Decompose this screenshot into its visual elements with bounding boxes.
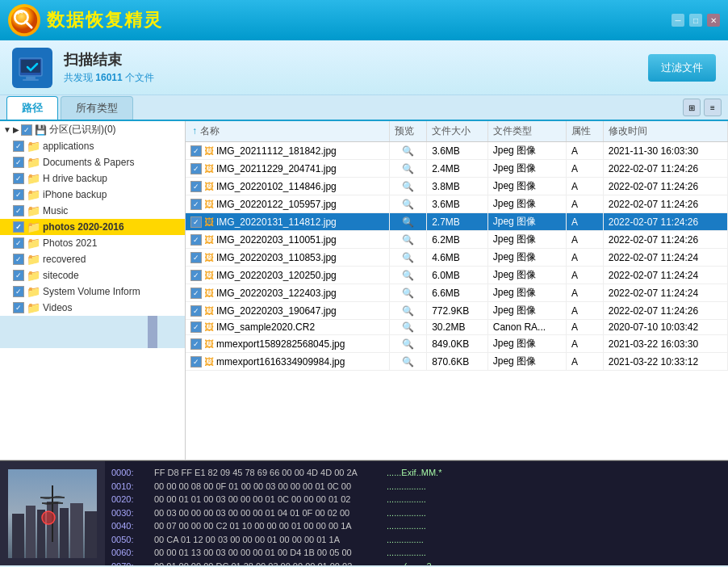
table-row[interactable]: 🖼 IMG_20220203_120250.jpg 🔍 6.0MB Jpeg 图… (186, 267, 728, 284)
row-checkbox[interactable] (190, 199, 202, 210)
preview-icon[interactable]: 🔍 (402, 145, 414, 157)
row-checkbox[interactable] (190, 338, 202, 350)
file-modified: 2022-02-07 11:24:26 (603, 231, 727, 249)
hex-bytes: 00 07 00 00 00 C2 01 10 00 00 00 01 00 0… (154, 519, 380, 533)
table-row[interactable]: 🖼 IMG_20211229_204741.jpg 🔍 2.4MB Jpeg 图… (186, 160, 728, 178)
row-checkbox[interactable] (190, 305, 202, 317)
file-size: 4.6MB (427, 249, 488, 267)
table-row[interactable]: 🖼 IMG_20211112_181842.jpg 🔍 3.6MB Jpeg 图… (186, 142, 728, 160)
svg-rect-14 (70, 503, 83, 558)
table-row[interactable]: 🖼 mmexport1616334909984.jpg 🔍 870.6KB Jp… (186, 353, 728, 371)
row-checkbox[interactable] (190, 181, 202, 192)
preview-icon[interactable]: 🔍 (402, 305, 414, 317)
table-row[interactable]: 🖼 IMG_sample2020.CR2 🔍 30.2MB Canon RA..… (186, 320, 728, 335)
hex-ascii: ......Exif..MM.* (387, 466, 441, 480)
grid-view-icon[interactable]: ⊞ (683, 99, 701, 116)
folder-icon: 📁 (27, 253, 40, 266)
hex-line: 0070:00 01 00 00 00 DC 01 28 00 03 00 00… (111, 560, 722, 566)
list-item[interactable]: 📁 sitecode (0, 267, 185, 284)
row-checkbox[interactable] (190, 216, 202, 228)
preview-icon[interactable]: 🔍 (402, 338, 414, 350)
row-checkbox[interactable] (190, 145, 202, 157)
file-name: IMG_20220203_120250.jpg (216, 270, 337, 281)
list-item[interactable]: 📁 photos 2020-2016 (0, 219, 185, 235)
file-size: 6.2MB (427, 231, 488, 249)
table-row[interactable]: 🖼 IMG_20220131_114812.jpg 🔍 2.7MB Jpeg 图… (186, 213, 728, 231)
list-item[interactable]: 📁 Music (0, 203, 185, 219)
file-attr: A (566, 231, 603, 249)
list-item[interactable]: 📁 Videos (0, 300, 185, 316)
filter-button[interactable]: 过滤文件 (648, 54, 716, 82)
maximize-button[interactable]: □ (689, 14, 702, 27)
table-row[interactable]: 🖼 IMG_20220203_122403.jpg 🔍 6.6MB Jpeg 图… (186, 284, 728, 302)
list-item[interactable]: 📁 System Volume Inform (0, 284, 185, 300)
tree-root[interactable]: ▼ ▶ 💾 分区(已识别)(0) (0, 121, 185, 138)
hex-addr: 0030: (111, 506, 148, 520)
list-item[interactable]: 📁 Documents & Papers (0, 154, 185, 170)
tab-path[interactable]: 路径 (6, 96, 58, 120)
hex-line: 0060:00 00 01 13 00 03 00 00 00 01 00 D4… (111, 546, 722, 560)
preview-icon[interactable]: 🔍 (402, 163, 414, 174)
row-checkbox[interactable] (190, 356, 202, 368)
preview-icon[interactable]: 🔍 (402, 252, 414, 263)
folder-icon: 📁 (27, 301, 40, 314)
svg-rect-15 (85, 511, 97, 558)
close-button[interactable]: ✕ (707, 14, 720, 27)
root-checkbox[interactable] (21, 124, 32, 136)
preview-icon[interactable]: 🔍 (402, 321, 414, 333)
preview-icon[interactable]: 🔍 (402, 234, 414, 246)
hex-ascii: ................ (387, 493, 426, 506)
preview-icon[interactable]: 🔍 (402, 270, 414, 281)
table-row[interactable]: 🖼 IMG_20220122_105957.jpg 🔍 3.6MB Jpeg 图… (186, 195, 728, 213)
col-header-modified: 修改时间 (603, 121, 727, 142)
preview-icon[interactable]: 🔍 (402, 356, 414, 368)
table-row[interactable]: 🖼 mmexport1589282568045.jpg 🔍 849.0KB Jp… (186, 335, 728, 353)
preview-icon[interactable]: 🔍 (402, 199, 414, 210)
list-item[interactable]: 📁 recovered (0, 251, 185, 267)
file-attr: A (566, 353, 603, 371)
app-title: 数据恢复精灵 (47, 8, 163, 32)
hex-ascii: ................ (387, 506, 426, 520)
row-checkbox[interactable] (190, 234, 202, 246)
row-checkbox[interactable] (190, 321, 202, 333)
minimize-button[interactable]: ─ (672, 14, 684, 27)
list-view-icon[interactable]: ≡ (704, 99, 722, 116)
preview-icon[interactable]: 🔍 (402, 181, 414, 192)
file-name: IMG_20220203_190647.jpg (216, 305, 337, 317)
file-name: IMG_20220203_110853.jpg (216, 252, 337, 263)
list-item[interactable]: 📁 Photos 2021 (0, 235, 185, 251)
file-type: Jpeg 图像 (487, 231, 566, 249)
file-icon: 🖼 (204, 288, 214, 299)
file-name: IMG_20211112_181842.jpg (216, 145, 337, 157)
table-row[interactable]: 🖼 IMG_20220203_190647.jpg 🔍 772.9KB Jpeg… (186, 302, 728, 320)
folder-icon: 📁 (27, 156, 40, 169)
table-row[interactable]: 🖼 IMG_20220203_110051.jpg 🔍 6.2MB Jpeg 图… (186, 231, 728, 249)
hex-bytes: 00 01 00 00 00 DC 01 28 00 03 00 00 00 0… (154, 560, 380, 566)
list-item[interactable]: 📁 H drive backup (0, 170, 185, 187)
folder-icon: 📁 (27, 188, 40, 201)
hex-bytes: 00 00 01 13 00 03 00 00 00 01 00 D4 1B 0… (154, 546, 380, 560)
file-size: 772.9KB (427, 302, 488, 320)
tab-all-types[interactable]: 所有类型 (61, 96, 133, 120)
table-row[interactable]: 🖼 IMG_20220203_110853.jpg 🔍 4.6MB Jpeg 图… (186, 249, 728, 267)
row-checkbox[interactable] (190, 252, 202, 263)
row-checkbox[interactable] (190, 163, 202, 174)
row-checkbox[interactable] (190, 270, 202, 281)
file-list-container[interactable]: ↑名称 预览 文件大小 文件类型 属性 修改时间 🖼 IMG_20211112_… (186, 121, 728, 460)
tree-root-label: 分区(已识别)(0) (49, 123, 116, 136)
table-row[interactable]: 🖼 IMG_20220102_114846.jpg 🔍 3.8MB Jpeg 图… (186, 178, 728, 195)
hex-bytes: 00 00 01 01 00 03 00 00 00 01 0C 00 00 0… (154, 493, 380, 506)
hex-ascii: ............... (387, 533, 424, 547)
list-item[interactable]: 📁 iPhone backup (0, 187, 185, 203)
file-size: 870.6KB (427, 353, 488, 371)
file-size: 849.0KB (427, 335, 488, 353)
list-item[interactable]: 📁 applications (0, 138, 185, 154)
preview-icon[interactable]: 🔍 (402, 216, 414, 228)
folder-icon: 📁 (27, 220, 40, 233)
file-modified: 2022-02-07 11:24:24 (603, 267, 727, 284)
hex-line: 0040:00 07 00 00 00 C2 01 10 00 00 00 01… (111, 519, 722, 533)
file-modified: 2022-02-07 11:24:24 (603, 284, 727, 302)
svg-point-19 (42, 511, 55, 524)
row-checkbox[interactable] (190, 288, 202, 299)
preview-icon[interactable]: 🔍 (402, 288, 414, 299)
